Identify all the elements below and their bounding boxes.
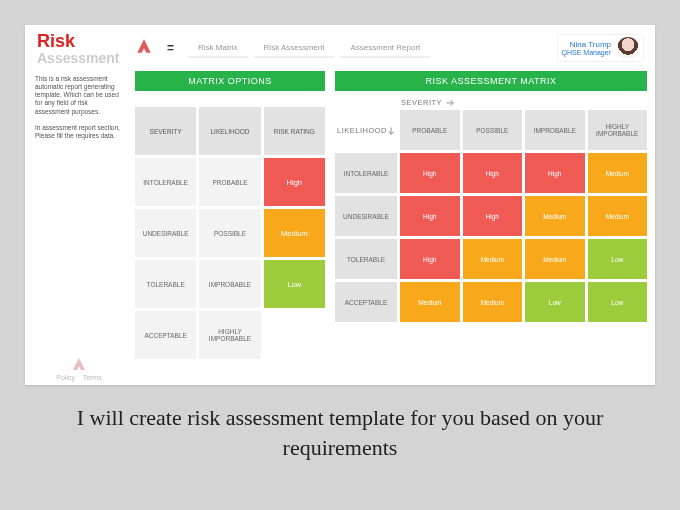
likelihood-axis-label: LIKELIHOOD bbox=[337, 126, 387, 135]
opt-sev-1: UNDESIRABLE bbox=[135, 209, 196, 257]
user-box[interactable]: Nina Trump QHSE Manager bbox=[558, 35, 643, 61]
arrow-down-icon: ➔ bbox=[386, 126, 397, 134]
opt-rating-1: Medium bbox=[264, 209, 325, 257]
mat-2-1: Medium bbox=[463, 239, 523, 279]
left-sidebar: This is a risk assessment automatic repo… bbox=[33, 71, 125, 385]
opt-sev-0: INTOLERABLE bbox=[135, 158, 196, 206]
tab-assessment-report[interactable]: Assessment Report bbox=[340, 39, 430, 58]
user-text: Nina Trump QHSE Manager bbox=[562, 40, 611, 56]
opt-hdr-severity: SEVERITY bbox=[135, 107, 196, 155]
hamburger-icon[interactable]: = bbox=[167, 41, 174, 55]
mat-2-0: High bbox=[400, 239, 460, 279]
mat-row-0: INTOLERABLE bbox=[335, 153, 397, 193]
opt-rating-3 bbox=[264, 311, 325, 359]
arrow-right-icon: ➔ bbox=[446, 97, 454, 108]
tab-risk-matrix[interactable]: Risk Matrix bbox=[188, 39, 248, 58]
intro-text-2: In assessment report section, Please fil… bbox=[35, 124, 123, 140]
opt-lik-0: PROBABLE bbox=[199, 158, 260, 206]
mat-col-3: HIGHLY IMPORBABLE bbox=[588, 110, 648, 150]
footer-link-terms[interactable]: Terms bbox=[83, 374, 102, 381]
options-title: MATRIX OPTIONS bbox=[135, 71, 325, 91]
matrix-grid: LIKELIHOOD ➔ PROBABLE POSSIBLE IMPROBABL… bbox=[335, 110, 647, 322]
matrix-corner: LIKELIHOOD ➔ bbox=[335, 110, 397, 150]
mat-col-0: PROBABLE bbox=[400, 110, 460, 150]
opt-hdr-likelihood: LIKELIHOOD bbox=[199, 107, 260, 155]
severity-axis-label: SEVERITY bbox=[401, 98, 442, 107]
mat-1-2: Medium bbox=[525, 196, 585, 236]
mat-row-2: TOLERABLE bbox=[335, 239, 397, 279]
mat-1-0: High bbox=[400, 196, 460, 236]
risk-matrix-panel: RISK ASSESSMENT MATRIX SEVERITY ➔ LIKELI… bbox=[335, 71, 647, 385]
opt-hdr-rating: RISK RATING bbox=[264, 107, 325, 155]
user-name: Nina Trump bbox=[562, 40, 611, 49]
brand-line-1: Risk bbox=[37, 31, 75, 51]
opt-lik-1: POSSIBLE bbox=[199, 209, 260, 257]
opt-sev-3: ACCEPTABLE bbox=[135, 311, 196, 359]
mat-3-0: Medium bbox=[400, 282, 460, 322]
mat-col-2: IMPROBABLE bbox=[525, 110, 585, 150]
mat-3-2: Low bbox=[525, 282, 585, 322]
matrix-options-panel: MATRIX OPTIONS SEVERITY LIKELIHOOD RISK … bbox=[135, 71, 325, 385]
user-role: QHSE Manager bbox=[562, 49, 611, 56]
mat-3-1: Medium bbox=[463, 282, 523, 322]
sidebar-footer: Policy Terms bbox=[35, 356, 123, 381]
options-grid: SEVERITY LIKELIHOOD RISK RATING INTOLERA… bbox=[135, 107, 325, 359]
opt-rating-0: High bbox=[264, 158, 325, 206]
footer-brand-icon bbox=[35, 356, 123, 372]
mat-1-1: High bbox=[463, 196, 523, 236]
brand-icon bbox=[135, 37, 153, 59]
mat-2-2: Medium bbox=[525, 239, 585, 279]
severity-axis: SEVERITY ➔ bbox=[335, 97, 647, 108]
intro-text-1: This is a risk assessment automatic repo… bbox=[35, 75, 123, 116]
footer-link-policy[interactable]: Policy bbox=[56, 374, 75, 381]
app-card: Risk Assessment = Risk Matrix Risk Asses… bbox=[25, 25, 655, 385]
top-bar: Risk Assessment = Risk Matrix Risk Asses… bbox=[33, 33, 647, 63]
matrix-title: RISK ASSESSMENT MATRIX bbox=[335, 71, 647, 91]
mat-row-1: UNDESIRABLE bbox=[335, 196, 397, 236]
gig-caption: I will create risk assessment template f… bbox=[25, 403, 655, 462]
opt-lik-3: HIGHLY IMPORBABLE bbox=[199, 311, 260, 359]
mat-1-3: Medium bbox=[588, 196, 648, 236]
brand-text: Risk Assessment bbox=[37, 31, 129, 66]
mat-2-3: Low bbox=[588, 239, 648, 279]
brand-line-2: Assessment bbox=[37, 50, 129, 66]
opt-lik-2: IMPROBABLE bbox=[199, 260, 260, 308]
mat-0-3: Medium bbox=[588, 153, 648, 193]
mat-0-0: High bbox=[400, 153, 460, 193]
mat-row-3: ACCEPTABLE bbox=[335, 282, 397, 322]
mat-col-1: POSSIBLE bbox=[463, 110, 523, 150]
opt-rating-2: Low bbox=[264, 260, 325, 308]
body: This is a risk assessment automatic repo… bbox=[33, 71, 647, 385]
tab-bar: Risk Matrix Risk Assessment Assessment R… bbox=[188, 39, 430, 58]
opt-sev-2: TOLERABLE bbox=[135, 260, 196, 308]
mat-0-2: High bbox=[525, 153, 585, 193]
mat-3-3: Low bbox=[588, 282, 648, 322]
mat-0-1: High bbox=[463, 153, 523, 193]
avatar bbox=[617, 37, 639, 59]
tab-risk-assessment[interactable]: Risk Assessment bbox=[254, 39, 335, 58]
